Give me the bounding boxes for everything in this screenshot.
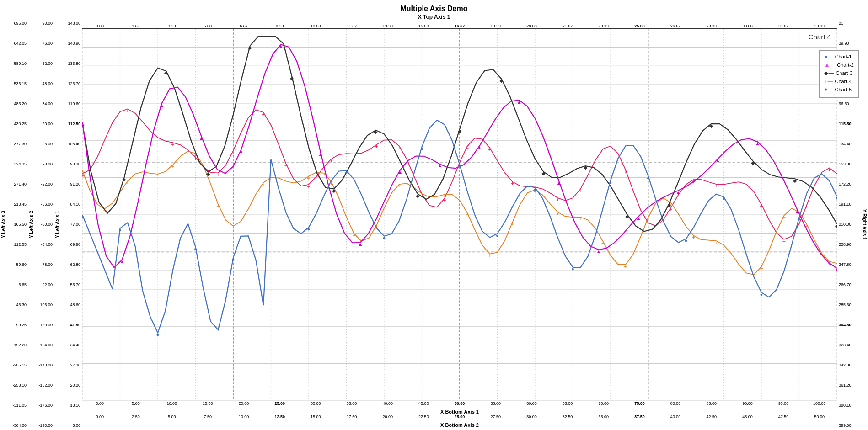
svg-text:◆: ◆: [122, 176, 126, 181]
svg-text:+: +: [760, 203, 763, 209]
svg-text:▲: ▲: [82, 121, 85, 126]
svg-text:+: +: [805, 204, 808, 210]
svg-text:+: +: [171, 141, 174, 147]
svg-text:+: +: [624, 263, 627, 269]
top-axis-ticks: 0.001.673.335.006.678.3310.0011.6713.331…: [82, 21, 837, 28]
legend-label: Chart-5: [835, 87, 852, 92]
legend-marker: ◆—: [824, 70, 834, 76]
svg-text:▲: ▲: [477, 145, 482, 150]
legend-item: +—Chart-5: [824, 86, 854, 93]
legend-label: Chart-1: [835, 54, 852, 59]
svg-text:+: +: [149, 130, 152, 136]
svg-text:●: ●: [496, 233, 499, 238]
svg-text:▲: ▲: [397, 169, 402, 174]
svg-text:+: +: [307, 175, 310, 181]
svg-text:+: +: [601, 148, 605, 154]
svg-text:+: +: [511, 221, 514, 227]
legend-label: Chart-2: [837, 62, 854, 68]
svg-text:+: +: [216, 171, 220, 177]
svg-text:+: +: [149, 172, 152, 178]
svg-text:+: +: [624, 169, 627, 175]
svg-text:◆: ◆: [541, 170, 546, 175]
svg-text:+: +: [307, 183, 310, 189]
legend-item: ◆—Chart-3: [824, 70, 854, 76]
svg-text:▲: ▲: [795, 208, 800, 213]
svg-text:+: +: [488, 147, 491, 153]
svg-text:●: ●: [534, 186, 537, 191]
chart-area-container: 0.001.673.335.006.678.3310.0011.6713.331…: [82, 21, 837, 428]
svg-text:●: ●: [458, 163, 461, 168]
svg-text:◆: ◆: [248, 45, 252, 50]
svg-text:+: +: [262, 111, 265, 117]
y-left-axis-3-label: Y Left Axis 3: [0, 21, 7, 428]
svg-text:+: +: [397, 183, 401, 189]
svg-text:◆: ◆: [458, 128, 462, 133]
svg-text:+: +: [579, 188, 582, 194]
legend-marker: ●—: [824, 53, 833, 60]
svg-text:◆: ◆: [793, 178, 797, 183]
svg-text:▲: ▲: [199, 136, 204, 141]
svg-text:+: +: [284, 180, 288, 186]
svg-text:+: +: [126, 108, 129, 114]
svg-text:▲: ▲: [279, 43, 284, 48]
svg-text:◆: ◆: [667, 202, 671, 207]
y-right-axis-1-label: Y Right Axis 1: [861, 21, 868, 428]
svg-text:+: +: [714, 183, 718, 189]
svg-text:●: ●: [685, 238, 688, 243]
chart-wrapper: X Top Axis 1 Y Left Axis 3 695.00642.055…: [0, 14, 868, 428]
legend-marker: +—: [824, 86, 833, 93]
svg-text:◆: ◆: [332, 188, 336, 193]
svg-text:◆: ◆: [416, 193, 420, 198]
svg-text:◆: ◆: [835, 223, 837, 228]
svg-text:◆: ◆: [751, 160, 755, 165]
svg-text:+: +: [782, 214, 786, 220]
svg-text:◆: ◆: [499, 78, 504, 83]
svg-text:▲: ▲: [636, 216, 641, 221]
svg-text:+: +: [126, 180, 129, 186]
svg-text:+: +: [782, 238, 786, 244]
svg-text:●: ●: [571, 266, 574, 271]
svg-text:◆: ◆: [290, 75, 294, 80]
y-left-axis-2-label: Y Left Axis 2: [28, 21, 35, 428]
svg-text:+: +: [171, 164, 174, 170]
top-axis-label: X Top Axis 1: [0, 14, 868, 20]
svg-text:▲: ▲: [358, 242, 363, 247]
svg-text:+: +: [103, 138, 107, 144]
svg-text:+: +: [216, 203, 220, 209]
chart-plot: ++++++++++++++++++++++++++++++++++++++++…: [82, 28, 837, 401]
svg-text:▲: ▲: [437, 163, 442, 168]
bottom-axis-2-label: X Bottom Axis 2: [82, 422, 837, 428]
legend-label: Chart-4: [835, 79, 852, 84]
svg-text:+: +: [466, 212, 469, 218]
svg-text:▲: ▲: [596, 249, 601, 254]
svg-text:+: +: [82, 169, 84, 175]
chart-body: Y Left Axis 3 695.00642.05589.10536.1548…: [0, 21, 868, 428]
page-container: Multiple Axis Demo X Top Axis 1 Y Left A…: [0, 0, 868, 430]
svg-text:●: ●: [798, 217, 801, 222]
svg-text:+: +: [647, 216, 650, 222]
svg-text:+: +: [647, 222, 650, 228]
svg-text:+: +: [737, 180, 740, 186]
svg-text:●: ●: [82, 214, 84, 219]
svg-text:●: ●: [836, 196, 837, 201]
svg-text:+: +: [262, 181, 265, 187]
svg-text:▲: ▲: [715, 158, 720, 163]
y-axis-left-container: Y Left Axis 3 695.00642.05589.10536.1548…: [0, 21, 82, 428]
svg-text:+: +: [556, 196, 559, 202]
bottom-axis-1-label: X Bottom Axis 1: [82, 409, 837, 414]
svg-text:+: +: [737, 263, 740, 269]
legend-container: ●—Chart-1▲—Chart-2◆—Chart-3+—Chart-4+—Ch…: [819, 50, 859, 98]
svg-text:◆: ◆: [709, 123, 713, 128]
svg-text:+: +: [239, 220, 242, 226]
svg-text:●: ●: [269, 159, 273, 164]
legend-marker: ▲—: [824, 62, 835, 68]
legend-item: ▲—Chart-2: [824, 62, 854, 68]
svg-text:▲: ▲: [755, 141, 760, 146]
svg-text:▲: ▲: [159, 102, 164, 107]
svg-text:+: +: [601, 240, 605, 246]
y-left-axis-1-label: Y Left Axis 1: [54, 21, 61, 428]
svg-text:●: ●: [647, 175, 650, 180]
svg-text:+: +: [284, 163, 288, 169]
svg-text:+: +: [466, 145, 469, 151]
bottom-axis-2-ticks: 0.002.505.007.5010.0012.5015.0017.5020.0…: [82, 414, 837, 422]
